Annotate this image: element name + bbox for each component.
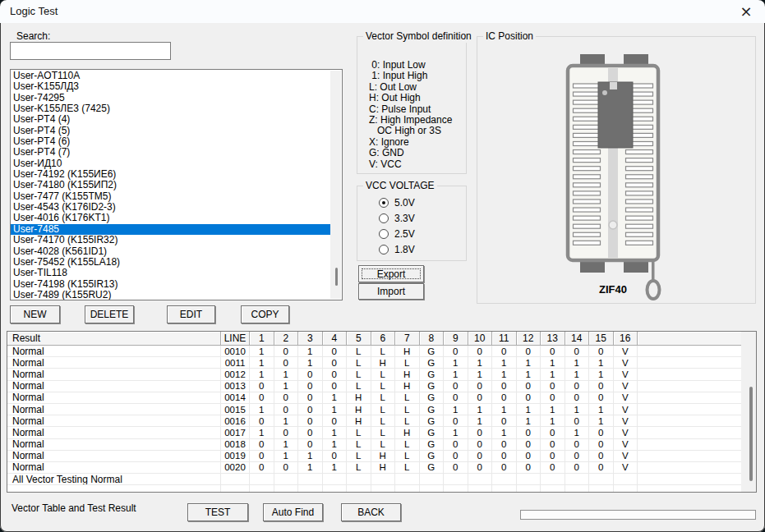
import-button[interactable]: Import (358, 283, 424, 300)
list-item[interactable]: User-AOT110A (11, 71, 330, 81)
vector-cell: 1 (274, 439, 299, 451)
vector-cell: 1 (517, 369, 541, 380)
column-header[interactable]: 13 (541, 332, 565, 346)
vector-cell: 1 (589, 369, 614, 380)
table-row[interactable]: Normal00111010LHLG1111111V (7, 357, 756, 369)
edit-button[interactable]: EDIT (167, 305, 215, 323)
result-cell: Normal (7, 462, 221, 474)
list-item[interactable]: User-4543 (K176ID2-3) (11, 202, 330, 213)
column-header[interactable]: 8 (420, 332, 445, 346)
list-item[interactable]: User-7489 (K155RU2) (11, 290, 330, 300)
vector-cell: 0 (250, 392, 274, 404)
column-header[interactable]: 9 (444, 332, 468, 346)
radio-icon[interactable] (379, 213, 389, 223)
column-header[interactable]: 7 (395, 332, 420, 346)
column-header[interactable]: 15 (589, 332, 614, 346)
column-header[interactable]: LINE (221, 332, 250, 346)
list-item[interactable]: User-75452 (K155LA18) (11, 257, 330, 268)
column-header[interactable]: 12 (517, 332, 541, 346)
table-scrollbar-thumb[interactable] (749, 387, 753, 481)
export-button[interactable]: Export (358, 265, 424, 282)
close-icon: × (740, 4, 752, 19)
table-scrollbar[interactable] (741, 332, 756, 492)
list-item[interactable]: User-74198 (K155IR13) (11, 279, 330, 290)
table-row[interactable]: Normal00121100LLHG1111111V (7, 369, 756, 380)
vector-cell: 1 (492, 427, 517, 438)
vcc-option-3.3V[interactable]: 3.3V (379, 213, 415, 224)
table-row[interactable]: Normal00180101LLLG0000000V (7, 439, 756, 451)
vector-cell: 0 (444, 392, 468, 404)
list-item[interactable]: User-PT4 (6) (11, 136, 330, 147)
search-input[interactable] (10, 42, 171, 60)
vector-cell: 0 (468, 427, 493, 438)
vector-cell: 0 (323, 357, 348, 369)
table-row[interactable]: Normal00130100LLHG0000000V (7, 381, 756, 392)
list-item[interactable]: User-TIL118 (11, 268, 330, 278)
table-row[interactable]: Normal00171001LLHG1010010V (7, 427, 756, 438)
auto-find-button[interactable]: Auto Find (263, 503, 323, 521)
close-button[interactable]: × (727, 0, 765, 23)
column-header[interactable]: Result (7, 332, 221, 346)
vector-cell: L (347, 381, 371, 392)
pin1-dot (602, 90, 607, 95)
vector-symbol-lines: 0: Input Low 1: Input HighL: Out LowH: O… (369, 60, 452, 170)
new-button[interactable]: NEW (10, 305, 60, 323)
vector-cell: 1 (565, 357, 590, 369)
vector-cell (395, 485, 420, 493)
vector-cell (565, 485, 590, 493)
list-item[interactable]: User-K155ЛЕ3 (7425) (11, 103, 330, 114)
vcc-option-1.8V[interactable]: 1.8V (379, 244, 415, 255)
column-header[interactable]: 5 (347, 332, 371, 346)
list-item[interactable]: User-74192 (K155ИЕ6) (11, 169, 330, 180)
column-header[interactable]: 6 (371, 332, 396, 346)
column-header[interactable]: 11 (492, 332, 517, 346)
vector-cell: 0 (541, 451, 565, 462)
column-header[interactable]: 1 (250, 332, 274, 346)
table-row[interactable]: Normal00200011LHLG0000000V (7, 462, 756, 474)
table-row[interactable]: Normal00190110LHLG0000000V (7, 451, 756, 462)
list-item[interactable]: User-7485 (11, 224, 330, 235)
listbox-scrollbar[interactable] (330, 71, 341, 299)
column-header[interactable]: 4 (323, 332, 348, 346)
vcc-option-2.5V[interactable]: 2.5V (379, 228, 415, 240)
column-header[interactable]: 16 (614, 332, 638, 346)
list-item[interactable]: User-4016 (K176KT1) (11, 213, 330, 223)
column-header[interactable]: 2 (274, 332, 299, 346)
list-item[interactable]: User-ИД10 (11, 158, 330, 169)
row-filler (638, 451, 756, 462)
radio-icon[interactable] (379, 198, 389, 208)
copy-button[interactable]: COPY (241, 305, 289, 323)
vector-cell: 0 (589, 392, 614, 404)
delete-button[interactable]: DELETE (85, 305, 134, 323)
vcc-option-5.0V[interactable]: 5.0V (379, 197, 415, 209)
vector-cell: 0 (517, 427, 541, 438)
list-item[interactable]: User-7477 (K155TM5) (11, 191, 330, 202)
table-row[interactable]: Normal00101010LLHG0000000V (7, 346, 756, 357)
list-item[interactable]: User-PT4 (4) (11, 114, 330, 125)
vector-cell: V (614, 404, 638, 415)
list-item[interactable]: User-K155ЛД3 (11, 81, 330, 92)
table-row[interactable]: Normal00160100HLLG0101101V (7, 415, 756, 427)
column-header[interactable]: 10 (468, 332, 493, 346)
chip-listbox[interactable]: User-AOT110AUser-K155ЛД3User-74295User-K… (10, 69, 343, 300)
test-button[interactable]: TEST (187, 503, 248, 521)
list-item[interactable]: User-PT4 (5) (11, 126, 330, 136)
listbox-scrollbar-thumb[interactable] (335, 268, 338, 286)
list-item[interactable]: User-PT4 (7) (11, 147, 330, 158)
vector-cell: 1 (541, 369, 565, 380)
column-header[interactable]: 3 (298, 332, 323, 346)
radio-icon[interactable] (379, 229, 389, 239)
table-row[interactable]: Normal00140001HLLG0000000V (7, 392, 756, 404)
vector-cell: L (371, 346, 396, 357)
list-item[interactable]: User-4028 (K561ID1) (11, 246, 330, 257)
vcc-voltage-title: VCC VOLTAGE (363, 180, 437, 192)
list-item[interactable]: User-74295 (11, 93, 330, 103)
vector-cell: G (420, 357, 445, 369)
table-row[interactable]: Normal00151001HLLG1111111V (7, 404, 756, 415)
list-item[interactable]: User-74170 (K155IR32) (11, 235, 330, 245)
line-cell: 0012 (221, 369, 250, 380)
radio-icon[interactable] (379, 245, 389, 255)
column-header[interactable]: 14 (565, 332, 590, 346)
back-button[interactable]: BACK (341, 503, 401, 521)
list-item[interactable]: User-74180 (K155ИП2) (11, 180, 330, 190)
